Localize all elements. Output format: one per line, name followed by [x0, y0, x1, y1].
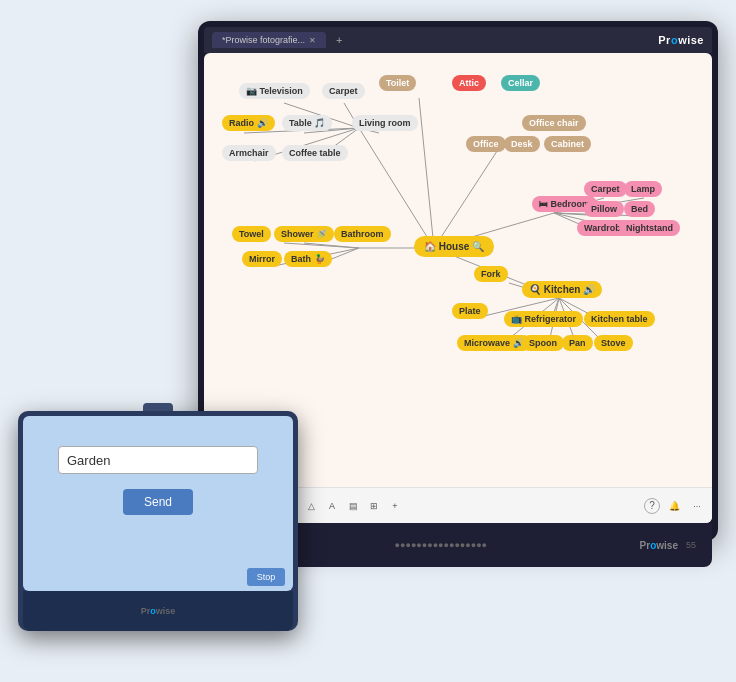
node-mirror: Mirror [242, 251, 282, 267]
tablet-screen: Garden Send Stop [23, 416, 293, 591]
monitor-bottom-brand: Prowise [640, 540, 678, 551]
node-coffee-table: Coffee table [282, 145, 348, 161]
tablet-bezel-bottom: Prowise [23, 591, 293, 631]
stop-button[interactable]: Stop [247, 568, 285, 586]
node-house[interactable]: 🏠 House 🔍 [414, 236, 494, 257]
tablet-brand: Prowise [141, 606, 176, 616]
monitor-bottom-right: Prowise 55 [640, 540, 696, 551]
monitor-brand: Prowise [658, 34, 704, 46]
send-button[interactable]: Send [123, 489, 193, 515]
help-icon[interactable]: ? [644, 498, 660, 514]
svg-line-2 [419, 98, 434, 248]
tablet-input[interactable]: Garden [58, 446, 258, 474]
tablet-input-value: Garden [67, 453, 110, 468]
browser-tab[interactable]: *Prowise fotografie... ✕ [212, 32, 326, 48]
toolbar-add-icon[interactable]: + [386, 497, 404, 515]
stop-button-label: Stop [257, 572, 276, 582]
node-nightstand: Nightstand [619, 220, 680, 236]
tablet-content: Garden Send [23, 416, 293, 530]
node-lamp: Lamp [624, 181, 662, 197]
node-radio: Radio 🔊 [222, 115, 275, 131]
node-table: Table 🎵 [282, 115, 332, 131]
node-carpet-living: Carpet [322, 83, 365, 99]
more-icon[interactable]: ··· [688, 497, 706, 515]
node-office: Office [466, 136, 506, 152]
scene: *Prowise fotografie... ✕ + Prowise [18, 21, 718, 661]
bell-icon[interactable]: 🔔 [665, 497, 683, 515]
node-toilet: Toilet [379, 75, 416, 91]
node-pan: Pan [562, 335, 593, 351]
node-living-room: Living room [352, 115, 418, 131]
node-microwave: Microwave 🔊 [457, 335, 531, 351]
tab-add-icon[interactable]: + [336, 34, 342, 46]
node-pillow: Pillow [584, 201, 624, 217]
tablet: Garden Send Stop Prowise [18, 411, 298, 631]
node-office-chair: Office chair [522, 115, 586, 131]
svg-line-14 [304, 243, 359, 248]
node-attic: Attic [452, 75, 486, 91]
node-stove: Stove [594, 335, 633, 351]
tab-label: *Prowise fotografie... [222, 35, 305, 45]
node-desk: Desk [504, 136, 540, 152]
send-button-label: Send [144, 495, 172, 509]
toolbar-text-icon[interactable]: A [323, 497, 341, 515]
toolbar-triangle-icon[interactable]: △ [302, 497, 320, 515]
toolbar-right: ? 🔔 ··· [644, 497, 706, 515]
node-cabinet: Cabinet [544, 136, 591, 152]
tab-close-icon[interactable]: ✕ [309, 36, 316, 45]
node-bathroom: Bathroom [334, 226, 391, 242]
svg-line-3 [434, 148, 499, 248]
node-bath: Bath 🦆 [284, 251, 332, 267]
node-towel: Towel [232, 226, 271, 242]
tablet-handle [143, 403, 173, 411]
node-kitchen: 🍳 Kitchen 🔊 [522, 281, 602, 298]
toolbar-table-icon[interactable]: ⊞ [365, 497, 383, 515]
node-kitchen-table: Kitchen table [584, 311, 655, 327]
monitor-model: 55 [686, 540, 696, 550]
node-armchair: Armchair [222, 145, 276, 161]
node-fork: Fork [474, 266, 508, 282]
toolbar-grid-icon[interactable]: ▤ [344, 497, 362, 515]
node-bed: Bed [624, 201, 655, 217]
node-cellar: Cellar [501, 75, 540, 91]
node-refrigerator: 📺 Refrigerator [504, 311, 583, 327]
svg-line-13 [284, 243, 359, 248]
node-carpet-bedroom: Carpet [584, 181, 627, 197]
node-spoon: Spoon [522, 335, 564, 351]
node-television: 📷 Television [239, 83, 310, 99]
node-plate: Plate [452, 303, 488, 319]
monitor-top-bar: *Prowise fotografie... ✕ + Prowise [204, 27, 712, 53]
node-shower: Shower 🚿 [274, 226, 334, 242]
